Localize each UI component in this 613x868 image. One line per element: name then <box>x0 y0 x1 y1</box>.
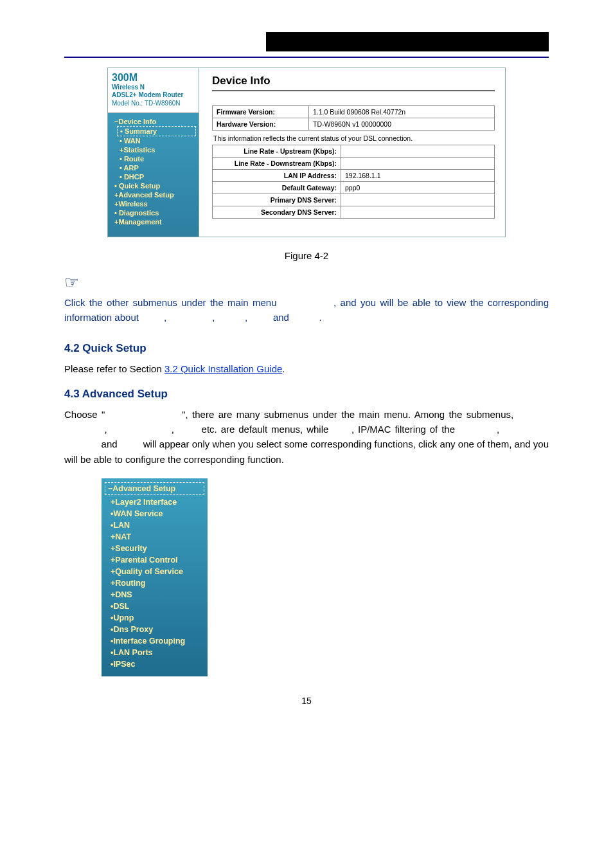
brand-line3: ADSL2+ Modem Router <box>112 91 195 99</box>
adv-nav-header[interactable]: −Advanced Setup <box>105 482 204 495</box>
nav-wan[interactable]: • WAN <box>108 136 199 145</box>
note-ghost: ARP <box>250 312 273 323</box>
down-label: Line Rate - Downstream (Kbps): <box>213 158 341 170</box>
note-ghost: DHCP <box>292 312 319 323</box>
nav-advanced-setup[interactable]: +Advanced Setup <box>108 190 199 199</box>
adv-nav-item[interactable]: •Dns Proxy <box>102 624 208 635</box>
brand-block: 300M Wireless N ADSL2+ Modem Router Mode… <box>108 68 199 113</box>
brand-line1: 300M <box>112 72 195 84</box>
sdns-value <box>341 206 495 219</box>
brand-line2: Wireless N <box>112 84 195 91</box>
router-sidebar: 300M Wireless N ADSL2+ Modem Router Mode… <box>108 68 199 237</box>
nav-device-info[interactable]: −Device Info <box>108 117 199 126</box>
up-label: Line Rate - Upstream (Kbps): <box>213 145 341 158</box>
advanced-setup-nav: −Advanced Setup +Layer2 Interface•WAN Se… <box>102 478 208 676</box>
sdns-label: Secondary DNS Server: <box>213 206 341 219</box>
body-text: , IP/MAC filtering of the <box>351 424 459 435</box>
adv-nav-item[interactable]: +DNS <box>102 589 208 601</box>
body-ghost: Security <box>459 424 497 435</box>
adv-nav-item[interactable]: +Security <box>102 543 208 554</box>
nav-statistics[interactable]: +Statistics <box>108 145 199 154</box>
nav-arp[interactable]: • ARP <box>108 163 199 172</box>
adv-nav-item[interactable]: •IPSec <box>102 658 208 670</box>
adv-nav-item[interactable]: •WAN Service <box>102 508 208 520</box>
status-caption: This information reflects the current st… <box>212 131 495 145</box>
header-black-bar <box>266 32 549 51</box>
fw-value: 1.1.0 Build 090608 Rel.40772n <box>309 106 495 118</box>
router-admin-panel: 300M Wireless N ADSL2+ Modem Router Mode… <box>107 68 506 237</box>
body-ghost: LAN <box>178 424 202 435</box>
note-text: Click the other submenus under the main … <box>64 297 281 308</box>
pdns-value <box>341 194 495 206</box>
body-text: . <box>282 363 285 374</box>
adv-nav-item[interactable]: +Parental Control <box>102 554 208 566</box>
pdns-label: Primary DNS Server: <box>213 194 341 206</box>
note-ghost: Route <box>217 312 245 323</box>
body-text: , <box>497 424 503 435</box>
adv-nav-item[interactable]: +Quality of Service <box>102 566 208 577</box>
body-text: ", there are many submenus under the mai… <box>182 409 517 420</box>
gw-value: ppp0 <box>341 182 495 194</box>
router-nav: −Device Info • Summary • WAN +Statistics… <box>108 113 199 237</box>
fw-label: Firmware Version: <box>213 106 309 118</box>
note-ghost: Device Info <box>281 297 333 308</box>
status-table: Line Rate - Upstream (Kbps): Line Rate -… <box>212 145 495 219</box>
content-rule <box>212 90 495 91</box>
down-value <box>341 158 495 170</box>
note-text: and <box>273 312 292 323</box>
nav-diagnostics[interactable]: • Diagnostics <box>108 208 199 217</box>
version-table: Firmware Version: 1.1.0 Build 090608 Rel… <box>212 105 495 131</box>
body-text: , <box>172 424 178 435</box>
lan-label: LAN IP Address: <box>213 170 341 182</box>
body-text: , <box>105 424 111 435</box>
adv-nav-item[interactable]: •DSL <box>102 601 208 612</box>
section-4-2-head: 4.2 Quick Setup <box>64 342 549 355</box>
adv-nav-item[interactable]: +Routing <box>102 577 208 589</box>
body-ghost: NAT <box>332 424 351 435</box>
brand-line4: Model No.: TD-W8960N <box>112 99 195 107</box>
note-body: Click the other submenus under the main … <box>64 295 549 325</box>
section-4-2-body: Please refer to Section 3.2 Quick Instal… <box>64 361 549 376</box>
up-value <box>341 145 495 158</box>
section-4-3-head: 4.3 Advanced Setup <box>64 388 549 401</box>
body-text: Please refer to Section <box>64 363 164 374</box>
nav-summary[interactable]: • Summary <box>117 126 196 136</box>
header-rule <box>64 57 549 58</box>
figure-caption: Figure 4-2 <box>64 250 549 261</box>
note-ghost: Statistics <box>169 312 212 323</box>
lan-value: 192.168.1.1 <box>341 170 495 182</box>
body-ghost: Advanced Setup <box>105 409 182 420</box>
nav-quick-setup[interactable]: • Quick Setup <box>108 181 199 190</box>
body-text: etc. are default menus, while <box>202 424 333 435</box>
router-content: Device Info Firmware Version: 1.1.0 Buil… <box>199 68 505 237</box>
nav-dhcp[interactable]: • DHCP <box>108 172 199 181</box>
nav-management[interactable]: +Management <box>108 217 199 226</box>
adv-nav-item[interactable]: +Layer2 Interface <box>102 496 208 508</box>
content-title: Device Info <box>212 75 495 87</box>
note-hand-icon: ☞ <box>64 273 549 293</box>
adv-nav-item[interactable]: •Interface Grouping <box>102 635 208 647</box>
body-text: Choose " <box>64 409 105 420</box>
body-ghost: DNS <box>120 439 143 449</box>
adv-nav-item[interactable]: +NAT <box>102 531 208 543</box>
adv-nav-item[interactable]: •LAN Ports <box>102 647 208 658</box>
hw-value: TD-W8960N v1 00000000 <box>309 118 495 131</box>
note-ghost: WAN <box>141 312 164 323</box>
body-ghost: WAN Service <box>111 424 172 435</box>
note-text: . <box>319 312 322 323</box>
adv-nav-item[interactable]: •LAN <box>102 520 208 531</box>
adv-nav-item[interactable]: •Upnp <box>102 612 208 624</box>
nav-wireless[interactable]: +Wireless <box>108 199 199 208</box>
body-text: and <box>102 439 120 449</box>
nav-route[interactable]: • Route <box>108 154 199 163</box>
gw-label: Default Gateway: <box>213 182 341 194</box>
quick-install-link[interactable]: 3.2 Quick Installation Guide <box>164 363 282 374</box>
section-4-3-body: Choose "Advanced Setup", there are many … <box>64 407 549 467</box>
page-number: 15 <box>64 696 549 706</box>
hw-label: Hardware Version: <box>213 118 309 131</box>
